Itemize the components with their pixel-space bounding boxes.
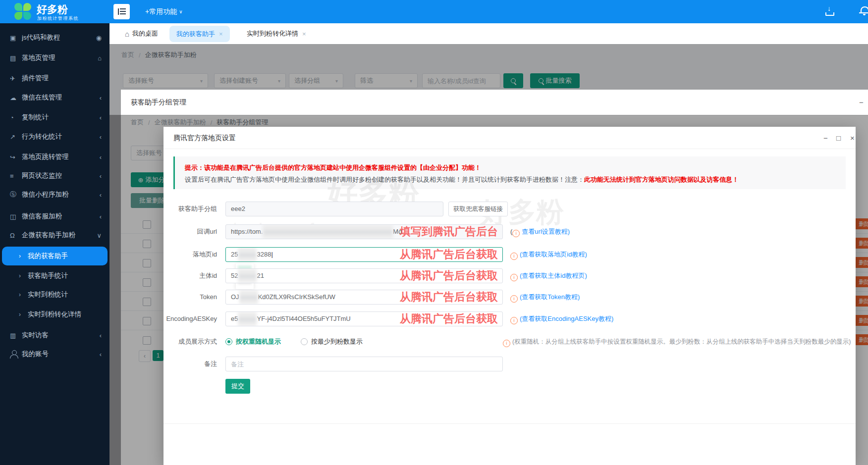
callback-url-input[interactable]: https://tom.xxxxxxxxxxxxxxxxxxxxxxxxxxxx… — [225, 224, 503, 239]
hint-line-2: 设置后可在腾讯广告官方落地页中使用企业微信组件时调用好多粉创建的获客助手以及相关… — [185, 174, 846, 186]
group-name-input[interactable]: eee2 — [225, 202, 443, 216]
chevron-icon: ‹ — [100, 114, 102, 121]
tencent-landing-modal: 腾讯官方落地页设置 − □ × 提示：该功能是在腾讯广告后台提供的官方落地页建站… — [163, 127, 856, 465]
app-header: 好多粉 加粉统计管理系统 +常用功能 ∨ ↓ — [0, 0, 868, 23]
token-input[interactable]: OJxxxxxxxxKd0ZfLX9RsCIrKSkSefUW — [225, 290, 503, 305]
field-label: 落地页id — [163, 247, 217, 262]
notifications-button[interactable] — [861, 6, 868, 17]
field-label: 备注 — [163, 357, 217, 371]
miniprogram-icon: Ⓢ — [10, 190, 22, 199]
pie-icon: ◔ — [10, 114, 22, 121]
wechat-icon: ☁ — [10, 94, 22, 102]
download-button[interactable]: ↓ — [825, 6, 835, 17]
tab-my-assistant[interactable]: 我的获客助手 × — [169, 26, 230, 42]
sidebar-item-realtime-detail[interactable]: ›实时到粉转化详情 — [0, 306, 109, 323]
tab-realtime-detail[interactable]: 实时到粉转化详情 × — [247, 23, 306, 44]
info-icon: i — [510, 274, 518, 281]
subject-id-input[interactable]: 52xxxxxxxx21 — [225, 268, 503, 283]
landing-page-id-input[interactable]: 25xxxxxxxx3288| — [225, 247, 503, 262]
person-icon — [10, 350, 22, 358]
redacted-text: xxxxxxxx — [238, 248, 257, 261]
chevron-icon: ‹ — [100, 154, 102, 161]
sidebar-item-realtime-visitors[interactable]: ▥实时访客‹ — [0, 325, 109, 345]
chevron-icon: ‹ — [100, 351, 102, 358]
app-title: 好多粉 — [37, 2, 68, 16]
landing-id-tutorial-link[interactable]: i(查看获取落地页id教程) — [510, 247, 587, 262]
info-icon: i — [510, 295, 518, 303]
sidebar-item-qiwei-assistant[interactable]: Ω企微获客助手加粉∨ — [0, 225, 109, 245]
share-arrow-icon: ↪ — [10, 154, 22, 161]
info-icon: i — [510, 253, 518, 260]
token-tutorial-link[interactable]: i(查看获取Token教程) — [510, 290, 580, 305]
tab-bar: ⌂ 我的桌面 我的获客助手 × 实时到粉转化详情 × — [109, 23, 868, 45]
chevron-icon: ‹ — [100, 191, 102, 199]
hint-line-1: 提示：该功能是在腾讯广告后台提供的官方落地页建站中使用企微客服组件设置的【由企业… — [185, 162, 846, 174]
text-caret: | — [271, 251, 272, 258]
group-manage-titlebar: 获客助手分组管理 − □ — [121, 90, 868, 115]
sidebar-item-miniprogram[interactable]: Ⓢ微信小程序加粉‹ — [0, 185, 109, 205]
eye-icon: ◉ — [96, 34, 102, 42]
sidebar-item-my-account[interactable]: 我的账号‹ — [0, 344, 109, 364]
info-icon: i — [503, 340, 510, 347]
window-title: 获客助手分组管理 — [131, 90, 186, 115]
chevron-icon: ‹ — [100, 172, 102, 180]
sidebar-item-copy-stats[interactable]: ◔复制统计‹ — [0, 107, 109, 127]
remark-input[interactable] — [225, 357, 503, 371]
chart-icon: ▥ — [10, 332, 22, 339]
sidebar-toggle-button[interactable] — [113, 4, 130, 19]
download-icon: ↓ — [827, 4, 831, 12]
hint-box: 提示：该功能是在腾讯广告后台提供的官方落地页建站中使用企微客服组件设置的【由企业… — [173, 156, 846, 189]
radio-least-fans[interactable]: 按最少到粉数显示 — [301, 334, 363, 349]
chevron-icon: ‹ — [100, 133, 102, 141]
quick-menu-button[interactable]: +常用功能 ∨ — [145, 0, 183, 23]
sidebar-item-js-code[interactable]: ▣js代码和教程◉ — [0, 28, 109, 48]
chevron-icon: ‹ — [100, 213, 102, 220]
tab-desktop[interactable]: ⌂ 我的桌面 — [125, 23, 158, 44]
page-icon: ▤ — [10, 54, 22, 62]
minimize-icon[interactable]: − — [823, 134, 828, 142]
close-icon[interactable]: × — [850, 134, 855, 142]
bars-icon: ≡ — [10, 172, 22, 180]
encoding-aeskey-input[interactable]: e5xxxxxxxxYF-j4Dzl5Tl44OE5h5uFYTJTmU — [225, 311, 503, 326]
minimize-icon[interactable]: − — [859, 98, 864, 106]
submit-button[interactable]: 提交 — [225, 379, 250, 394]
trend-icon: ↗ — [10, 133, 22, 141]
sidebar-item-my-assistant-active[interactable]: › 我的获客助手 — [2, 247, 108, 265]
chevron-icon: ‹ — [100, 94, 102, 102]
maximize-icon[interactable]: □ — [836, 134, 841, 142]
field-label: 回调url — [163, 224, 217, 239]
aeskey-tutorial-link[interactable]: i(查看获取EncodingAESKey教程) — [510, 311, 613, 326]
field-label: 获客助手分组 — [163, 202, 217, 216]
close-icon[interactable]: × — [302, 30, 306, 38]
modal-title: 腾讯官方落地页设置 — [173, 127, 236, 149]
sidebar-item-kefu[interactable]: ◫微信客服加粉‹ — [0, 207, 109, 226]
radio-unselected-icon — [301, 338, 308, 345]
redacted-text: xxxxxxxx — [239, 290, 258, 304]
chevron-down-icon: ∨ — [179, 9, 182, 14]
sidebar-item-plugins[interactable]: ✈插件管理 — [0, 68, 109, 88]
app-subtitle: 加粉统计管理系统 — [37, 15, 79, 22]
arrow-icon: › — [19, 253, 21, 259]
field-label: EncodingAESKey — [163, 311, 217, 326]
sidebar-item-assistant-stats[interactable]: ›获客助手统计 — [0, 267, 109, 285]
sidebar-item-landing-page[interactable]: ▤落地页管理⌂ — [0, 48, 109, 68]
url-tutorial-link[interactable]: (i查看url设置教程) — [510, 224, 570, 239]
sidebar-item-realtime-fans[interactable]: ›实时到粉统计 — [0, 286, 109, 304]
radio-weight-random[interactable]: 按权重随机显示 — [225, 334, 281, 349]
sidebar-item-wechat-online[interactable]: ☁微信在线管理‹ — [0, 88, 109, 107]
sidebar-item-behavior-stats[interactable]: ↗行为转化统计‹ — [0, 127, 109, 147]
get-fallback-link-button[interactable]: 获取兜底客服链接 — [448, 202, 508, 216]
home-icon: ⌂ — [125, 30, 129, 38]
plane-icon: ✈ — [10, 75, 22, 82]
sidebar-item-jump-manage[interactable]: ↪落地页跳转管理‹ — [0, 147, 109, 167]
home-icon: ⌂ — [98, 54, 102, 62]
logo-clover-icon — [14, 2, 32, 21]
sidebar-item-web-monitor[interactable]: ≡网页状态监控‹ — [0, 166, 109, 186]
radio-hint: i(权重随机：从分组上线获客助手中按设置权重随机显示。最少到粉数：从分组上线的获… — [503, 334, 851, 349]
bell-icon — [861, 6, 868, 12]
assistant-icon: Ω — [10, 232, 22, 239]
redacted-text: xxxxxxxx — [238, 312, 257, 326]
subject-id-tutorial-link[interactable]: i(查看获取主体id教程页) — [510, 268, 587, 283]
close-icon[interactable]: × — [219, 30, 223, 38]
info-icon: i — [512, 230, 520, 237]
